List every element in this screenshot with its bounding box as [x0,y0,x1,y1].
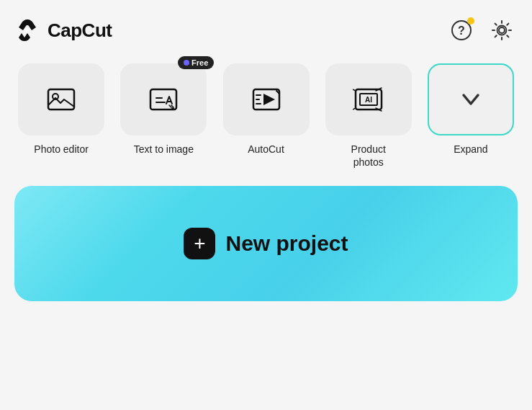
tool-card-text-to-image: Free [120,63,207,135]
tool-label-expand: Expand [454,143,487,156]
tool-item-photo-editor[interactable]: Photo editor [14,63,108,156]
tool-card-expand [428,63,514,135]
tool-label-text-to-image: Text to image [134,143,194,156]
svg-point-8 [171,107,174,110]
autocut-icon [251,84,282,115]
svg-text:?: ? [458,24,465,37]
app-name: CapCut [48,19,112,42]
tool-item-text-to-image[interactable]: Free Text to image [117,63,210,156]
new-project-label: New project [225,231,348,256]
free-badge-dot [184,60,189,66]
tool-card-autocut [223,63,310,135]
svg-point-3 [499,27,505,33]
tools-row: Photo editor Free Text to image [14,63,518,169]
free-badge-label: Free [191,58,208,67]
tool-item-expand[interactable]: Expand [424,63,518,156]
header-actions: ? [446,14,518,46]
tool-item-product-photos[interactable]: AI Product photos [322,63,415,169]
gear-icon [491,19,513,41]
app-container: CapCut ? [14,14,518,301]
svg-text:AI: AI [365,96,372,104]
capcut-logo-icon [14,17,40,43]
tool-card-product-photos: AI [325,63,412,135]
new-project-button[interactable]: + New project [14,186,518,301]
tool-label-autocut: AutoCut [248,143,284,156]
free-badge: Free [178,56,214,69]
photo-editor-icon [45,84,77,115]
tool-label-product-photos: Product photos [351,143,386,169]
logo: CapCut [14,17,112,43]
plus-icon: + [194,233,205,254]
header: CapCut ? [14,14,518,46]
chevron-down-icon [459,88,482,111]
svg-marker-10 [263,94,275,105]
tool-card-photo-editor [18,63,104,135]
text-to-image-icon [148,84,179,115]
plus-icon-wrap: + [184,228,215,259]
svg-rect-5 [48,89,74,110]
svg-point-0 [25,28,30,32]
product-photos-icon: AI [353,84,384,115]
notification-dot [467,17,474,24]
tool-item-autocut[interactable]: AutoCut [219,63,312,156]
settings-button[interactable] [486,14,518,46]
tool-label-photo-editor: Photo editor [34,143,89,156]
help-button[interactable]: ? [446,14,477,46]
